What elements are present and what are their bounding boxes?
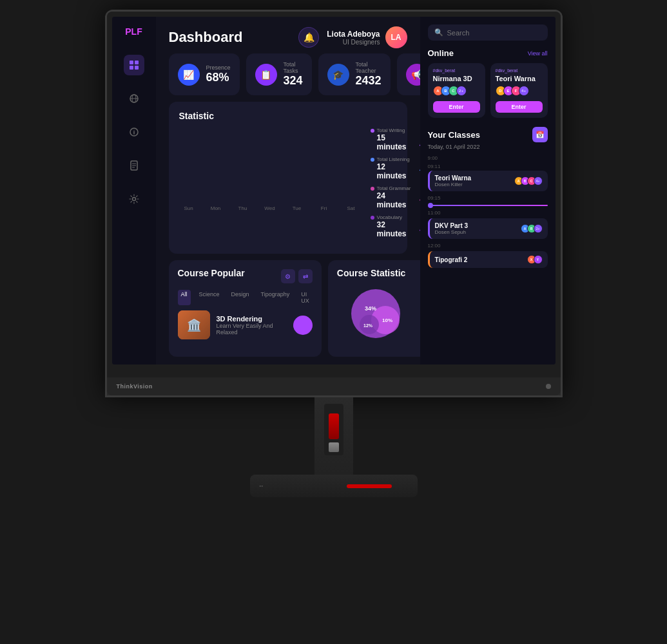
day-label: Mon	[211, 205, 221, 211]
filter-list-button[interactable]: ⇄	[298, 269, 313, 283]
course-info: 3D Rendering Learn Very Easily And Relax…	[217, 315, 287, 336]
subjects-icon: 📢	[406, 64, 420, 86]
user-info: Liota Adeboya UI Designers LA	[327, 26, 407, 48]
time-marker-12: 12:00	[428, 243, 548, 249]
day-label: Sat	[347, 205, 354, 211]
card-name: Nirmana 3D	[433, 75, 480, 82]
statistic-title: Statistic	[179, 111, 397, 121]
avatar-count: 4+	[534, 176, 543, 185]
filter-all[interactable]: All	[178, 290, 191, 305]
avatar-count: 4+	[519, 86, 529, 96]
card-tag: #dkv_berat	[433, 68, 480, 73]
legend-grammar: Total Grammar 24 minutes	[371, 185, 420, 209]
class-avatars: A B 2+	[521, 224, 543, 233]
svg-rect-0	[130, 61, 133, 64]
stat-teacher: 🎓 Total Teacher 2432	[318, 53, 391, 95]
class-name: DKV Part 3	[435, 222, 469, 229]
avatar: Y	[534, 255, 543, 264]
stats-row: 📈 Presence 68% 📋 Total Tasks 324	[156, 53, 420, 102]
tasks-icon: 📋	[255, 64, 277, 86]
filter-uiux[interactable]: UI UX	[298, 290, 313, 305]
day-label: Tue	[293, 205, 302, 211]
day-label: Fri	[321, 205, 327, 211]
search-bar[interactable]: 🔍	[428, 24, 548, 41]
svg-text:10%: 10%	[382, 317, 392, 323]
sidebar-item-online[interactable]	[124, 88, 144, 109]
class-time-911: 09:11	[428, 164, 548, 169]
day-label: Wed	[264, 205, 275, 211]
header-right: 🔔 Liota Adeboya UI Designers LA	[298, 26, 407, 48]
sidebar-item-documents[interactable]	[124, 155, 144, 176]
class-card-teori: Teori Warna Dosen Killer A B C 4+	[428, 171, 548, 191]
course-statistic-title: Course Statistic	[337, 268, 420, 278]
day-label: Thu	[238, 205, 247, 211]
svg-text:12%: 12%	[363, 323, 373, 328]
avatar-count: 2+	[456, 86, 467, 96]
view-all-button[interactable]: View all	[528, 50, 548, 57]
filter-typography[interactable]: Tipography	[258, 290, 293, 305]
class-teacher: Dosen Sepuh	[435, 229, 469, 235]
search-input[interactable]	[447, 29, 541, 37]
online-cards: #dkv_berat Nirmana 3D A B C 2+ Enter	[428, 63, 548, 118]
your-classes-header: Your Classes 📅	[428, 127, 548, 142]
timeline: 9:00 09:11 Teori Warna Dosen Killer A B …	[428, 155, 548, 357]
enter-button[interactable]: Enter	[433, 101, 480, 113]
statistic-section: Statistic	[169, 102, 407, 254]
sidebar: PLF	[112, 17, 156, 365]
svg-point-9	[133, 129, 134, 130]
filter-science[interactable]: Science	[196, 290, 223, 305]
stat-tasks: 📋 Total Tasks 324	[246, 53, 312, 95]
monitor-brand: ThinkVision	[117, 383, 153, 390]
avatar-count: 2+	[534, 224, 543, 233]
course-description: Learn Very Easily And Relaxed	[217, 323, 287, 336]
course-statistic-section: Course Statistic	[328, 260, 420, 357]
stat-presence: 📈 Presence 68%	[169, 53, 240, 95]
legend-vocabulary: Vocabulary 32 minutes	[371, 214, 420, 238]
course-item: 🏛️ 3D Rendering Learn Very Easily And Re…	[178, 310, 313, 339]
class-date: Today, 01 April 2022	[428, 144, 548, 150]
course-popular-title: Course Popular	[178, 268, 245, 278]
presence-value: 68%	[206, 71, 231, 84]
your-classes-title: Your Classes	[428, 130, 480, 140]
donut-chart: 34% 10% 12%	[337, 285, 420, 349]
course-thumbnail: 🏛️	[178, 310, 210, 339]
teacher-icon: 🎓	[327, 64, 349, 86]
card-avatars: A B C 2+	[433, 86, 480, 96]
filter-design[interactable]: Design	[228, 290, 253, 305]
sidebar-item-info[interactable]	[124, 122, 144, 142]
svg-rect-3	[135, 66, 139, 70]
online-card-nirmana: #dkv_berat Nirmana 3D A B C 2+ Enter	[428, 63, 485, 118]
filter-tabs: All Science Design Tipography UI UX	[178, 290, 313, 305]
class-card-dkv: DKV Part 3 Dosen Sepuh A B 2+	[428, 218, 548, 239]
day-label: Sun	[184, 205, 193, 211]
tasks-label: Total Tasks	[284, 61, 303, 74]
card-tag: #dkv_berat	[496, 68, 543, 73]
stat-subjects: 📢 Total Subjects 354	[397, 53, 420, 95]
time-marker-11: 11:00	[428, 210, 548, 216]
sidebar-item-dashboard[interactable]	[124, 55, 144, 75]
page-title: Dashboard	[169, 29, 243, 46]
monitor-base: ▪▪	[250, 475, 418, 497]
progress-indicator	[428, 205, 548, 206]
filter-grid-button[interactable]: ⚙	[281, 269, 295, 283]
monitor-stand-neck	[314, 397, 353, 475]
online-card-teori: #dkv_berat Teori Warna D E F 4+ Enter	[490, 63, 548, 118]
search-icon: 🔍	[434, 28, 443, 37]
calendar-icon[interactable]: 📅	[532, 127, 548, 142]
user-role: UI Designers	[327, 39, 380, 46]
svg-rect-1	[135, 61, 139, 64]
main-content: Dashboard 🔔 Liota Adeboya UI Designers L…	[156, 17, 420, 365]
class-avatars: A B C 4+	[514, 176, 543, 185]
presence-icon: 📈	[178, 64, 200, 86]
class-teacher: Dosen Killer	[435, 182, 472, 187]
notification-button[interactable]: 🔔	[298, 27, 319, 48]
avatar: LA	[385, 26, 407, 48]
course-progress-circle	[293, 316, 313, 335]
sidebar-item-settings[interactable]	[124, 189, 144, 209]
teacher-value: 2432	[356, 74, 382, 88]
class-time-915: 09:15	[428, 195, 548, 201]
class-name: Teori Warna	[435, 175, 472, 182]
online-header: Online View all	[428, 48, 548, 58]
enter-button[interactable]: Enter	[496, 101, 543, 113]
svg-rect-2	[130, 66, 133, 70]
